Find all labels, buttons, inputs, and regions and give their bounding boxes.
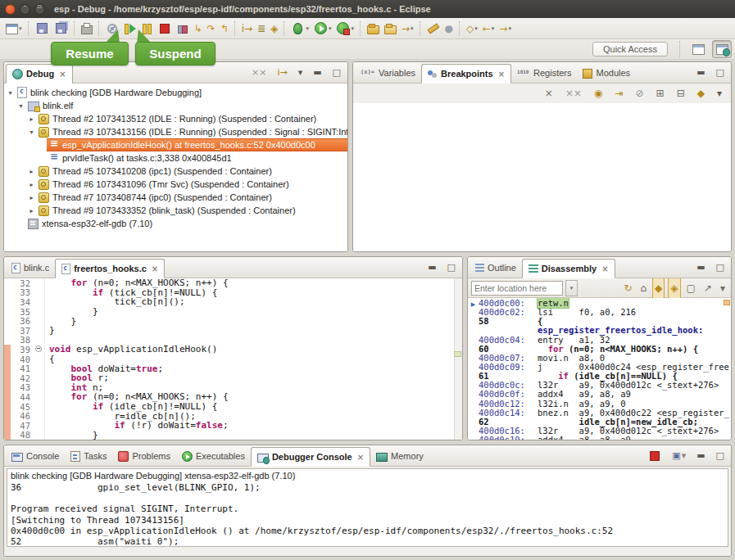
expander-icon[interactable]: ▸: [27, 181, 36, 188]
debug-perspective-button[interactable]: [712, 40, 732, 58]
expander-icon[interactable]: ▸: [27, 194, 36, 201]
tab-memory[interactable]: Memory: [370, 446, 429, 466]
open-new-view-button[interactable]: ▢: [684, 279, 698, 297]
minimize-view-button[interactable]: ▬: [694, 447, 707, 465]
skip-all-breakpoints-toggle[interactable]: ⊘: [633, 84, 647, 102]
instruction-stepping-toggle[interactable]: i→: [274, 64, 289, 82]
tab-breakpoints[interactable]: Breakpoints×: [421, 64, 511, 84]
debug-button[interactable]: ▾: [288, 20, 311, 38]
tab-debug[interactable]: Debug ×: [6, 64, 73, 84]
open-type-button[interactable]: [365, 20, 382, 38]
dropdown-arrow-icon[interactable]: ▾: [411, 20, 414, 38]
link-with-debug-button[interactable]: ◉: [592, 84, 605, 102]
maximize-view-button[interactable]: □: [445, 259, 458, 277]
editor-vertical-scrollbar[interactable]: [454, 278, 462, 440]
close-tab-icon[interactable]: ×: [59, 70, 66, 79]
maximize-view-button[interactable]: □: [714, 259, 727, 277]
dropdown-arrow-icon[interactable]: ▾: [492, 20, 495, 38]
print-button[interactable]: [79, 20, 95, 38]
remove-breakpoint-button[interactable]: ×: [542, 84, 556, 102]
tab-registers[interactable]: Registers: [511, 63, 577, 83]
terminate-button[interactable]: [156, 20, 174, 38]
tree-item-thread-7-1073408744-ipc0[interactable]: ▸Thread #7 1073408744 (ipc0) (Suspended …: [4, 191, 347, 204]
terminate-console-button[interactable]: [646, 447, 664, 465]
disconnect-button[interactable]: [174, 20, 192, 38]
tab-tasks[interactable]: Tasks: [65, 446, 112, 466]
expander-icon[interactable]: ▾: [27, 129, 36, 136]
disassembly-listing[interactable]: ▶400d0c00:retw.n400d0c02:lsi f0, a0, 216…: [468, 298, 731, 440]
remove-all-breakpoints-button[interactable]: ××: [563, 84, 584, 102]
collapse-all-button[interactable]: ⊟: [674, 84, 687, 102]
dropdown-arrow-icon[interactable]: ▾: [508, 20, 511, 38]
save-button[interactable]: [33, 20, 52, 38]
tree-item-thread-9-1073433352-blink[interactable]: ▸Thread #9 1073433352 (blink_task) (Susp…: [4, 204, 347, 217]
sync-selection-button[interactable]: ↻: [621, 279, 634, 297]
goto-file-button[interactable]: ⇥: [612, 84, 625, 102]
tab-executables[interactable]: Executables: [176, 446, 251, 466]
maximize-view-button[interactable]: □: [714, 64, 727, 82]
tab-blink-c[interactable]: blink.c: [6, 258, 55, 278]
tree-item-thread-6-1073431096-tmr-sv[interactable]: ▸Thread #6 1073431096 (Tmr Svc) (Suspend…: [4, 178, 347, 191]
dropdown-arrow-icon[interactable]: ▾: [474, 20, 478, 38]
expander-icon[interactable]: ▸: [27, 207, 36, 215]
maximize-button[interactable]: ▫: [34, 4, 45, 15]
minimize-view-button[interactable]: ▬: [694, 64, 707, 82]
tab-debugger-console[interactable]: Debugger Console×: [251, 447, 370, 467]
instruction-stepping-button[interactable]: i→: [239, 20, 255, 38]
tree-item-xtensa-esp32-elf-gdb-7-10[interactable]: xtensa-esp32-elf-gdb (7.10): [4, 217, 347, 230]
expander-icon[interactable]: ▸: [27, 168, 36, 175]
open-perspective-button[interactable]: [689, 41, 707, 57]
minimize-view-button[interactable]: ▬: [311, 64, 324, 82]
tree-item-blink-checking-gdb-hardware[interactable]: ▾blink checking [GDB Hardware Debugging]: [4, 86, 347, 99]
pin-view-button[interactable]: ↗: [701, 279, 715, 297]
view-menu-button[interactable]: ▾: [296, 64, 306, 82]
display-selected-console-button[interactable]: ▣▾: [669, 447, 688, 465]
tree-item-thread-3-1073413156-idle[interactable]: ▾Thread #3 1073413156 (IDLE : Running) (…: [4, 125, 347, 138]
close-tab-icon[interactable]: ×: [601, 264, 608, 273]
view-menu-button[interactable]: ▾: [718, 279, 728, 297]
quick-access-button[interactable]: Quick Access: [592, 42, 668, 56]
expander-icon[interactable]: ▾: [16, 102, 25, 110]
run-last-tool-button[interactable]: →▾: [399, 20, 416, 38]
tab-variables[interactable]: Variables: [355, 63, 421, 83]
open-resource-button[interactable]: [382, 20, 399, 38]
tab-outline[interactable]: Outline: [470, 258, 522, 278]
group-by-button[interactable]: ◆: [695, 84, 707, 102]
show-execution-button[interactable]: ≣: [255, 20, 268, 38]
minimize-button[interactable]: –: [20, 4, 30, 15]
tab-problems[interactable]: Problems: [112, 446, 175, 466]
dropdown-arrow-icon[interactable]: ▾: [682, 450, 687, 462]
tab-freertos-hooks-c[interactable]: freertos_hooks.c×: [55, 259, 165, 278]
fold-collapse-icon[interactable]: [34, 345, 45, 355]
expander-icon[interactable]: ▸: [27, 115, 36, 123]
close-tab-icon[interactable]: ×: [498, 70, 505, 79]
show-debug-context-button[interactable]: ◈: [268, 20, 280, 38]
location-dropdown-button[interactable]: ▾: [565, 280, 578, 296]
format-button[interactable]: [424, 20, 442, 38]
save-all-button[interactable]: [52, 20, 70, 38]
close-button[interactable]: [5, 4, 16, 15]
tab-disassembly[interactable]: Disassembly×: [522, 259, 615, 278]
tree-item-thread-2-1073413512-idle[interactable]: ▸Thread #2 1073413512 (IDLE : Running) (…: [4, 112, 347, 125]
code-area[interactable]: 32 for (n=0; n<MAX_HOOKS; n++) {33 if (t…: [4, 278, 462, 440]
remove-all-terminated-button[interactable]: ××: [249, 64, 269, 82]
track-expression-toggle[interactable]: ◈: [668, 278, 680, 299]
new-wizard-button[interactable]: ▾: [3, 20, 25, 38]
dropdown-arrow-icon[interactable]: ▾: [329, 20, 332, 38]
resume-button[interactable]: [121, 20, 138, 38]
back-history-button[interactable]: ←▾: [480, 20, 497, 38]
home-button[interactable]: ⌂: [637, 279, 649, 297]
step-over-button[interactable]: ↷: [205, 20, 218, 38]
step-into-button[interactable]: ↳: [192, 20, 205, 38]
tab-modules[interactable]: Modules: [577, 63, 636, 83]
tree-item-esp-vapplicationidlehook-a[interactable]: esp_vApplicationIdleHook() at freertos_h…: [4, 138, 347, 151]
view-menu-button[interactable]: ▾: [715, 84, 724, 102]
build-all-button[interactable]: ●: [442, 20, 456, 38]
location-input[interactable]: [471, 281, 563, 296]
dropdown-arrow-icon[interactable]: ▾: [19, 20, 22, 38]
step-return-button[interactable]: ↰: [218, 20, 231, 38]
dropdown-arrow-icon[interactable]: ▾: [306, 20, 309, 38]
run-button[interactable]: ▾: [311, 20, 334, 38]
minimize-view-button[interactable]: ▬: [694, 259, 707, 277]
external-tools-button[interactable]: ▾: [333, 20, 356, 38]
